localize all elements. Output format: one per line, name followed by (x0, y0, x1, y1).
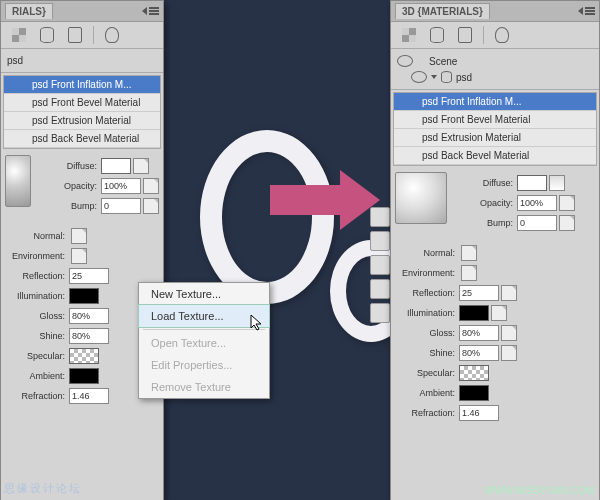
panel-header: 3D {MATERIALS} (391, 1, 599, 22)
bump-label: Bump: (35, 201, 101, 211)
panel-tab[interactable]: 3D {MATERIALS} (395, 3, 490, 19)
panel-toolbar (1, 22, 163, 49)
diffuse-texture-button[interactable] (133, 158, 149, 174)
filter-mesh-icon[interactable] (427, 25, 447, 45)
specular-label: Specular: (3, 351, 69, 361)
menu-new-texture[interactable]: New Texture... (139, 283, 269, 305)
environment-label: Environment: (3, 251, 69, 261)
material-item[interactable]: psd Back Bevel Material (4, 130, 160, 148)
menu-remove-texture: Remove Texture (139, 376, 269, 398)
bump-texture-button[interactable] (559, 215, 575, 231)
tool-arc-icon[interactable] (370, 303, 390, 323)
panel-menu-button[interactable] (578, 7, 595, 15)
visibility-eye-icon[interactable] (411, 71, 427, 83)
mesh-icon (441, 71, 452, 83)
layer-psd[interactable]: psd (7, 53, 157, 68)
normal-texture-button[interactable] (71, 228, 87, 244)
material-item[interactable]: psd Front Bevel Material (4, 94, 160, 112)
specular-swatch[interactable] (69, 348, 99, 364)
expand-icon[interactable] (431, 75, 437, 79)
bump-input[interactable]: 0 (517, 215, 557, 231)
visibility-eye-icon[interactable] (397, 55, 413, 67)
diffuse-label: Diffuse: (35, 161, 101, 171)
panel-menu-button[interactable] (142, 7, 159, 15)
filter-scene-icon[interactable] (399, 25, 419, 45)
scene-root[interactable]: Scene (397, 53, 593, 69)
mouse-cursor-icon (250, 314, 264, 332)
properties-section: Normal: Environment: Reflection:25 Illum… (391, 238, 599, 428)
illumination-swatch[interactable] (69, 288, 99, 304)
reflection-label: Reflection: (393, 288, 459, 298)
opacity-texture-button[interactable] (559, 195, 575, 211)
gloss-input[interactable]: 80% (459, 325, 499, 341)
filter-light-icon[interactable] (102, 25, 122, 45)
panel-tab[interactable]: RIALS} (5, 3, 53, 19)
panel-header: RIALS} (1, 1, 163, 22)
reflection-input[interactable]: 25 (459, 285, 499, 301)
material-sphere-preview[interactable] (5, 155, 31, 207)
diffuse-label: Diffuse: (451, 178, 517, 188)
shine-texture-button[interactable] (501, 345, 517, 361)
filter-light-icon[interactable] (492, 25, 512, 45)
reflection-input[interactable]: 25 (69, 268, 109, 284)
opacity-input[interactable]: 100% (517, 195, 557, 211)
opacity-label: Opacity: (35, 181, 101, 191)
tool-grid-icon[interactable] (370, 231, 390, 251)
scene-label: Scene (429, 56, 457, 67)
illumination-texture-button[interactable] (491, 305, 507, 321)
gloss-input[interactable]: 80% (69, 308, 109, 324)
material-preview: Diffuse: Opacity:100% Bump:0 (391, 168, 599, 238)
bump-label: Bump: (451, 218, 517, 228)
menu-open-texture: Open Texture... (139, 332, 269, 354)
material-item[interactable]: psd Front Inflation M... (394, 93, 596, 111)
ambient-label: Ambient: (3, 371, 69, 381)
filter-material-icon[interactable] (65, 25, 85, 45)
normal-label: Normal: (3, 231, 69, 241)
material-item[interactable]: psd Front Bevel Material (394, 111, 596, 129)
layer-label: psd (7, 55, 23, 66)
texture-context-menu: New Texture... Load Texture... Open Text… (138, 282, 270, 399)
illumination-swatch[interactable] (459, 305, 489, 321)
bump-input[interactable]: 0 (101, 198, 141, 214)
materials-list: psd Front Inflation M... psd Front Bevel… (393, 92, 597, 166)
scene-psd-node[interactable]: psd (397, 69, 593, 85)
opacity-input[interactable]: 100% (101, 178, 141, 194)
environment-label: Environment: (393, 268, 459, 278)
gloss-texture-button[interactable] (501, 325, 517, 341)
diffuse-swatch[interactable] (101, 158, 131, 174)
shine-label: Shine: (393, 348, 459, 358)
material-item[interactable]: psd Extrusion Material (394, 129, 596, 147)
panel-toolbar (391, 22, 599, 49)
bump-texture-button[interactable] (143, 198, 159, 214)
menu-edit-properties: Edit Properties... (139, 354, 269, 376)
normal-texture-button[interactable] (461, 245, 477, 261)
reflection-texture-button[interactable] (501, 285, 517, 301)
tool-spiral-icon[interactable] (370, 255, 390, 275)
refraction-input[interactable]: 1.46 (459, 405, 499, 421)
material-item[interactable]: psd Front Inflation M... (4, 76, 160, 94)
environment-texture-button[interactable] (71, 248, 87, 264)
shine-input[interactable]: 80% (69, 328, 109, 344)
filter-material-icon[interactable] (455, 25, 475, 45)
diffuse-swatch[interactable] (517, 175, 547, 191)
ambient-swatch[interactable] (459, 385, 489, 401)
material-sphere-preview[interactable] (395, 172, 447, 224)
node-label: psd (456, 72, 472, 83)
shine-input[interactable]: 80% (459, 345, 499, 361)
vertical-tool-dock (370, 205, 390, 325)
reflection-label: Reflection: (3, 271, 69, 281)
ambient-label: Ambient: (393, 388, 459, 398)
filter-mesh-icon[interactable] (37, 25, 57, 45)
refraction-input[interactable]: 1.46 (69, 388, 109, 404)
material-item[interactable]: psd Back Bevel Material (394, 147, 596, 165)
filter-scene-icon[interactable] (9, 25, 29, 45)
tool-sphere-icon[interactable] (370, 207, 390, 227)
ambient-swatch[interactable] (69, 368, 99, 384)
material-item[interactable]: psd Extrusion Material (4, 112, 160, 130)
environment-texture-button[interactable] (461, 265, 477, 281)
opacity-texture-button[interactable] (143, 178, 159, 194)
tool-drop-icon[interactable] (370, 279, 390, 299)
specular-swatch[interactable] (459, 365, 489, 381)
panel-3d-materials-right: 3D {MATERIALS} Scene psd psd Front Infla… (390, 0, 600, 500)
diffuse-texture-button[interactable] (549, 175, 565, 191)
